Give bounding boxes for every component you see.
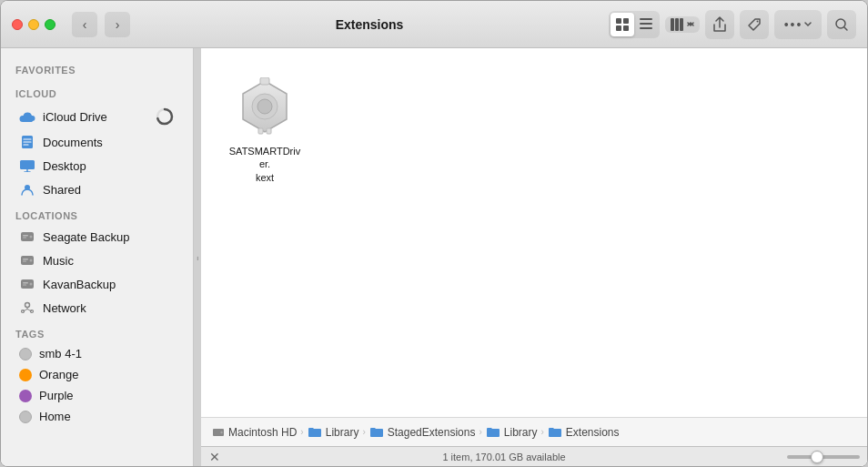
svg-rect-1 bbox=[623, 18, 629, 24]
network-icon bbox=[19, 299, 35, 316]
maximize-button[interactable] bbox=[45, 19, 56, 30]
sidebar-item-icloud-drive[interactable]: iCloud Drive bbox=[5, 103, 189, 130]
orange-color-dot bbox=[19, 369, 32, 381]
svg-rect-15 bbox=[20, 160, 35, 169]
svg-rect-23 bbox=[23, 259, 28, 260]
home-color-dot bbox=[19, 411, 32, 423]
close-button[interactable] bbox=[12, 19, 23, 30]
main-content: SATSMARTDriver. kext Macintosh HD › bbox=[201, 48, 867, 466]
list-view-button[interactable] bbox=[634, 13, 658, 36]
zoom-slider-container bbox=[787, 455, 860, 459]
smb-label: smb 4-1 bbox=[39, 347, 175, 360]
svg-rect-24 bbox=[23, 261, 26, 262]
sidebar-item-orange[interactable]: Orange bbox=[5, 364, 189, 385]
sidebar-item-purple[interactable]: Purple bbox=[5, 385, 189, 406]
desktop-label: Desktop bbox=[43, 159, 175, 173]
svg-rect-6 bbox=[640, 27, 652, 29]
bottom-status-bar: ✕ 1 item, 170.01 GB available bbox=[201, 446, 867, 466]
svg-rect-8 bbox=[675, 18, 679, 31]
macintosh-hd-icon bbox=[212, 427, 225, 438]
content-area: Favorites iCloud iCloud Drive bbox=[1, 48, 867, 466]
breadcrumb-extensions[interactable]: Extensions bbox=[548, 426, 620, 439]
sidebar-item-shared[interactable]: Shared bbox=[5, 178, 189, 201]
svg-rect-2 bbox=[616, 25, 621, 31]
sidebar-item-kavanbackup[interactable]: KavanBackup ⏏ bbox=[5, 272, 189, 296]
svg-rect-7 bbox=[671, 18, 674, 31]
svg-rect-27 bbox=[23, 282, 28, 284]
shared-icon bbox=[19, 181, 35, 198]
toolbar: ‹ › Extensions bbox=[1, 1, 867, 48]
svg-point-10 bbox=[757, 20, 759, 22]
view-toggle bbox=[609, 11, 660, 38]
sidebar-item-documents[interactable]: Documents bbox=[5, 130, 189, 154]
storage-indicator bbox=[155, 107, 175, 127]
shared-label: Shared bbox=[43, 183, 175, 197]
svg-rect-20 bbox=[23, 238, 26, 239]
toolbar-actions: ••• bbox=[609, 10, 856, 39]
svg-point-26 bbox=[30, 283, 33, 286]
file-name: SATSMARTDriver. kext bbox=[227, 145, 303, 184]
file-item-satsmartdriver[interactable]: SATSMARTDriver. kext bbox=[219, 66, 310, 191]
purple-label: Purple bbox=[39, 389, 175, 402]
locations-header: Locations bbox=[1, 201, 193, 225]
music-hdd-icon bbox=[19, 252, 35, 269]
sidebar-item-network[interactable]: Network bbox=[5, 296, 189, 320]
breadcrumb-macintosh-hd[interactable]: Macintosh HD bbox=[212, 426, 297, 439]
svg-point-29 bbox=[25, 303, 30, 308]
kext-file-icon bbox=[232, 74, 298, 139]
svg-point-34 bbox=[257, 99, 272, 114]
tag-button[interactable] bbox=[740, 10, 769, 39]
orange-label: Orange bbox=[39, 368, 175, 381]
home-label: Home bbox=[39, 410, 175, 423]
svg-point-39 bbox=[220, 431, 222, 432]
sidebar-item-music[interactable]: Music ⏏ bbox=[5, 249, 189, 272]
grid-view-button[interactable] bbox=[611, 13, 634, 36]
sidebar: Favorites iCloud iCloud Drive bbox=[1, 48, 194, 466]
svg-rect-4 bbox=[640, 18, 652, 20]
svg-rect-37 bbox=[267, 128, 271, 134]
seagate-label: Seagate Backup bbox=[43, 230, 157, 244]
finder-window: ‹ › Extensions bbox=[0, 0, 868, 467]
desktop-icon bbox=[19, 157, 35, 174]
sidebar-item-desktop[interactable]: Desktop bbox=[5, 154, 189, 178]
breadcrumb-bar: Macintosh HD › Library › StagedExtension… bbox=[201, 417, 867, 446]
smb-color-dot bbox=[19, 348, 32, 360]
status-close-button[interactable]: ✕ bbox=[208, 451, 221, 463]
breadcrumb-staged-extensions[interactable]: StagedExtensions bbox=[369, 426, 476, 439]
kext-svg bbox=[236, 77, 294, 136]
kavanbackup-label: KavanBackup bbox=[43, 278, 157, 291]
network-label: Network bbox=[43, 301, 175, 315]
window-title: Extensions bbox=[137, 17, 601, 32]
extensions-folder-icon bbox=[548, 426, 562, 438]
library1-folder-icon bbox=[308, 426, 322, 438]
icloud-drive-label: iCloud Drive bbox=[43, 110, 147, 124]
share-button[interactable] bbox=[705, 10, 734, 39]
svg-rect-3 bbox=[623, 25, 629, 31]
forward-button[interactable]: › bbox=[105, 12, 130, 37]
music-label: Music bbox=[43, 254, 157, 268]
cloud-icon bbox=[19, 108, 35, 125]
library2-folder-icon bbox=[486, 426, 500, 438]
sidebar-item-seagate-backup[interactable]: Seagate Backup ⏏ bbox=[5, 225, 189, 249]
more-button[interactable]: ••• bbox=[774, 10, 822, 39]
documents-label: Documents bbox=[43, 136, 175, 149]
sidebar-item-smb41[interactable]: smb 4-1 bbox=[5, 343, 189, 364]
column-view-button[interactable] bbox=[665, 16, 700, 33]
sidebar-resize-handle[interactable]: ····· bbox=[194, 48, 201, 466]
search-button[interactable] bbox=[827, 10, 856, 39]
svg-rect-28 bbox=[23, 285, 26, 286]
sidebar-item-home[interactable]: Home bbox=[5, 406, 189, 427]
breadcrumb-library-1[interactable]: Library bbox=[308, 426, 359, 439]
svg-rect-36 bbox=[258, 128, 263, 134]
svg-point-22 bbox=[30, 259, 33, 262]
zoom-slider[interactable] bbox=[787, 455, 860, 459]
minimize-button[interactable] bbox=[28, 19, 39, 30]
breadcrumb-library-2[interactable]: Library bbox=[486, 426, 538, 439]
kavanbackup-hdd-icon bbox=[19, 276, 35, 292]
staged-extensions-folder-icon bbox=[369, 426, 384, 438]
document-icon bbox=[19, 134, 35, 150]
back-button[interactable]: ‹ bbox=[72, 12, 97, 37]
traffic-lights bbox=[12, 19, 56, 30]
icloud-header: iCloud bbox=[1, 79, 193, 103]
svg-point-18 bbox=[30, 236, 33, 239]
